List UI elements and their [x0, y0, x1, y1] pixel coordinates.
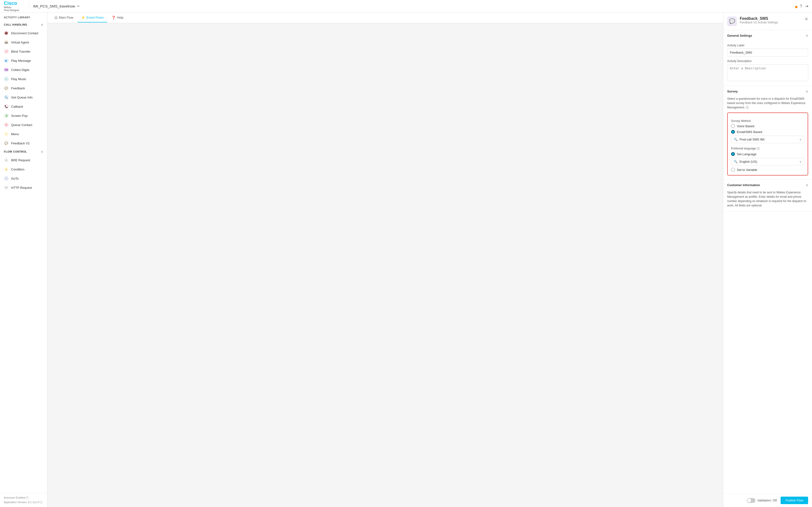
- set-language-option[interactable]: Set Language: [731, 152, 804, 156]
- virtual-agent-label: Virtual Agent: [11, 41, 29, 44]
- sidebar-item-blind-transfer[interactable]: ↗ Blind Transfer: [0, 47, 47, 56]
- panel-footer: Validation: Off Publish Flow: [723, 494, 812, 507]
- sidebar-item-feedback[interactable]: 💬 Feedback: [0, 83, 47, 93]
- panel-header: 💬 Feedback_SMS Feedback V2 Activity Sett…: [723, 12, 812, 30]
- help-button[interactable]: ?: [800, 4, 802, 8]
- screen-pop-label: Screen Pop: [11, 114, 28, 118]
- voice-based-label: Voice Based: [737, 124, 754, 128]
- customer-info-section: Customer Information ∧ Specify details t…: [723, 180, 812, 212]
- general-settings-body: Activity Label Activity Description: [723, 44, 812, 86]
- voice-based-radio[interactable]: [731, 124, 735, 128]
- sidebar-item-bre-request[interactable]: ≡ BRE Request: [0, 156, 47, 165]
- feedback-label: Feedback: [11, 87, 25, 90]
- main-flow-tab-label: Main Flow: [59, 16, 73, 19]
- customer-info-body: Specify details that need to be sent to …: [723, 190, 812, 212]
- general-settings-arrow: ∧: [806, 34, 808, 38]
- blind-transfer-icon: ↗: [4, 49, 9, 54]
- language-dropdown[interactable]: 🔍 English (US) ∨: [731, 158, 804, 165]
- right-panel: 💬 Feedback_SMS Feedback V2 Activity Sett…: [723, 12, 812, 507]
- tab-help[interactable]: ❓ Help: [108, 13, 127, 22]
- general-settings-header[interactable]: General Settings ∧: [723, 30, 812, 41]
- sidebar-item-http-request[interactable]: </> HTTP Request: [0, 183, 47, 192]
- dispatch-dropdown[interactable]: 🔍 Post-call SMS IMI ∨: [731, 136, 804, 143]
- http-request-label: HTTP Request: [11, 186, 32, 189]
- cisco-logo: Cisco WebexFlow Designer: [4, 0, 19, 12]
- condition-icon: ◈: [4, 167, 9, 172]
- collect-digits-icon: ⌨: [4, 67, 9, 72]
- lang-search-icon: 🔍: [734, 160, 738, 163]
- survey-section-arrow: ∧: [806, 89, 808, 93]
- disconnect-contact-icon: 📵: [4, 31, 9, 36]
- sidebar-item-play-music[interactable]: ♪ Play Music: [0, 74, 47, 83]
- panel-body: General Settings ∧ Activity Label Activi…: [723, 30, 812, 494]
- sidebar-item-queue-contact[interactable]: ✕ Queue Contact: [0, 120, 47, 129]
- sidebar-item-get-queue-info[interactable]: 🔍 Get Queue Info: [0, 93, 47, 102]
- collect-digits-label: Collect Digits: [11, 68, 30, 72]
- sidebar-item-virtual-agent[interactable]: 🤖 Virtual Agent: [0, 38, 47, 47]
- set-language-radio[interactable]: [731, 152, 735, 156]
- publish-flow-button[interactable]: Publish Flow: [780, 497, 808, 504]
- call-handling-label: CALL HANDLING: [4, 23, 27, 26]
- edit-icon[interactable]: ✏: [77, 4, 80, 8]
- general-settings-section: General Settings ∧ Activity Label Activi…: [723, 30, 812, 86]
- voice-based-option[interactable]: Voice Based: [731, 124, 804, 128]
- general-settings-label: General Settings: [727, 34, 752, 38]
- disconnect-contact-label: Disconnect Contact: [11, 32, 39, 35]
- survey-section-body: Select a questionnaire for voice or a di…: [723, 97, 812, 179]
- user-button[interactable]: ⇥: [805, 4, 808, 8]
- activity-description-input[interactable]: [727, 64, 808, 81]
- email-sms-radio[interactable]: [731, 130, 735, 134]
- flow-name: IMI_PCS_SMS_travelnow: [33, 4, 75, 8]
- survey-description: Select a questionnaire for voice or a di…: [727, 97, 808, 110]
- set-to-variable-label: Set to Variable: [737, 168, 757, 172]
- callback-icon: 📞: [4, 104, 9, 109]
- email-sms-option[interactable]: Email/SMS Based: [731, 130, 804, 134]
- flow-control-label: FLOW CONTROL: [4, 150, 27, 153]
- customer-info-header[interactable]: Customer Information ∧: [723, 180, 812, 190]
- main-layout: ACTIVITY LIBRARY CALL HANDLING ∧ 📵 Disco…: [0, 12, 812, 507]
- cisco-logo-text: Cisco: [4, 0, 17, 6]
- http-request-icon: </>: [4, 185, 9, 190]
- toggle-knob: [747, 499, 751, 502]
- section-call-handling[interactable]: CALL HANDLING ∧: [0, 21, 47, 29]
- language-radio-group: Set Language: [731, 152, 804, 156]
- tab-event-flows[interactable]: ⚡ Event Flows: [78, 13, 107, 22]
- sidebar-item-collect-digits[interactable]: ⌨ Collect Digits: [0, 65, 47, 74]
- sidebar-item-feedback-v2[interactable]: 💬 Feedback V2: [0, 138, 47, 148]
- customer-info-arrow: ∧: [806, 183, 808, 187]
- dispatch-dropdown-arrow: ∨: [800, 138, 802, 141]
- sidebar-item-play-message[interactable]: ▶ Play Message: [0, 56, 47, 65]
- sidebar-item-goto[interactable]: → GoTo: [0, 174, 47, 183]
- validation-switch[interactable]: [747, 498, 755, 503]
- header: Cisco WebexFlow Designer IMI_PCS_SMS_tra…: [0, 0, 812, 12]
- set-language-label: Set Language: [737, 152, 756, 156]
- queue-contact-icon: ✕: [4, 122, 9, 127]
- cisco-logo-sub: WebexFlow Designer: [4, 6, 19, 12]
- sidebar-item-callback[interactable]: 📞 Callback: [0, 102, 47, 111]
- play-message-label: Play Message: [11, 59, 31, 62]
- panel-close-button[interactable]: ✕: [805, 16, 808, 22]
- set-to-variable-option[interactable]: Set to Variable: [731, 168, 804, 172]
- sidebar-item-condition[interactable]: ◈ Condition: [0, 165, 47, 174]
- set-to-variable-radio[interactable]: [731, 168, 735, 172]
- survey-method-label: Survey Method: [731, 119, 804, 123]
- play-message-icon: ▶: [4, 58, 9, 63]
- sidebar-item-menu[interactable]: ≡ Menu: [0, 129, 47, 138]
- sidebar-item-screen-pop[interactable]: 🖥 Screen Pop: [0, 111, 47, 120]
- sidebar-item-disconnect-contact[interactable]: 📵 Disconnect Contact: [0, 29, 47, 38]
- activity-label-input[interactable]: [727, 49, 808, 56]
- screen-pop-icon: 🖥: [4, 113, 9, 118]
- tab-main-flow[interactable]: ⊡ Main Flow: [51, 13, 77, 22]
- activity-label-label: Activity Label: [727, 44, 808, 47]
- main-flow-tab-icon: ⊡: [55, 16, 57, 19]
- sidebar-footer: Autosave Enabled ⓘ Application Version: …: [0, 493, 47, 507]
- section-flow-control[interactable]: FLOW CONTROL ∧: [0, 148, 47, 156]
- canvas-wrapper: ↻ AgentAnswered Event Handler Event = Ag…: [47, 23, 723, 507]
- goto-icon: →: [4, 176, 9, 181]
- survey-section-header[interactable]: Survey ∧: [723, 86, 812, 97]
- survey-box: Survey Method Voice Based Email/SMS Base…: [727, 113, 808, 175]
- get-queue-info-icon: 🔍: [4, 95, 9, 100]
- activity-description-label: Activity Description: [727, 59, 808, 63]
- dispatch-search-icon: 🔍: [734, 137, 738, 141]
- tabs-bar: ⊡ Main Flow ⚡ Event Flows ❓ Help: [47, 12, 723, 23]
